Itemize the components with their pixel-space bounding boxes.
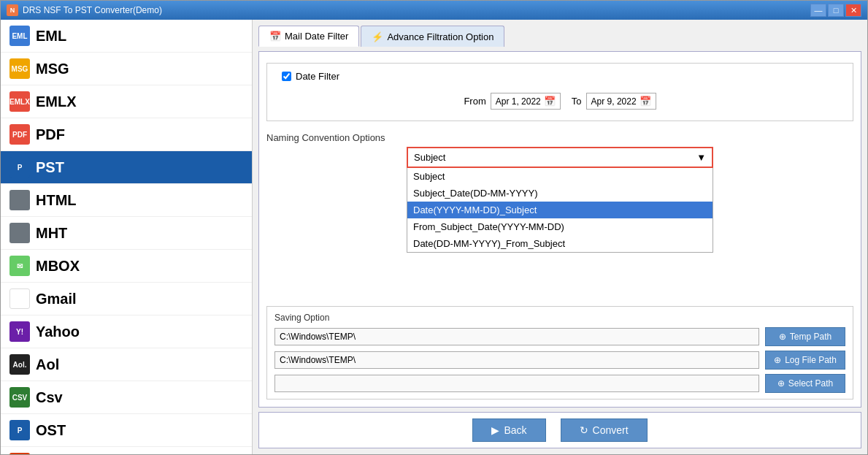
- sidebar-item-mht[interactable]: MHT: [1, 217, 252, 250]
- to-date-group: To Apr 9, 2022 📅: [572, 93, 656, 110]
- naming-selected-value: Subject: [414, 152, 445, 163]
- back-icon: ▶: [491, 424, 499, 436]
- back-button[interactable]: ▶ Back: [472, 418, 545, 442]
- sidebar-item-yahoo[interactable]: Y! Yahoo: [1, 316, 252, 348]
- mail-date-filter-tab-icon: 📅: [269, 31, 281, 42]
- to-label: To: [572, 96, 582, 107]
- naming-convention-section: Naming Convention Options Subject ▼ Subj…: [266, 132, 853, 168]
- naming-option-Subject-Date-DD-MM-YYYY-[interactable]: Subject_Date(DD-MM-YYYY): [407, 185, 713, 202]
- convert-button[interactable]: ↻ Convert: [561, 418, 648, 442]
- naming-option-Date-YYYY-MM-DD--Subject[interactable]: Date(YYYY-MM-DD)_Subject: [407, 202, 713, 218]
- main-window: N DRS NSF To PST Converter(Demo) — □ ✕ E…: [0, 0, 868, 455]
- temp-path-label: Temp Path: [790, 332, 831, 342]
- naming-dropdown-list: SubjectSubject_Date(DD-MM-YYYY)Date(YYYY…: [407, 168, 713, 253]
- mbox-icon: ✉: [9, 256, 30, 276]
- sidebar-label-csv: Csv: [36, 389, 63, 406]
- minimize-button[interactable]: —: [810, 4, 826, 17]
- app-icon: N: [7, 4, 18, 16]
- from-date-input[interactable]: Apr 1, 2022 📅: [491, 93, 561, 110]
- sidebar-label-html: HTML: [36, 192, 77, 209]
- right-panel: 📅Mail Date Filter⚡Advance Filtration Opt…: [253, 20, 867, 454]
- title-bar-buttons: — □ ✕: [810, 4, 861, 17]
- saving-rows: ⊕ Temp Path ⊕ Log File Path: [274, 327, 845, 393]
- saving-row-1: ⊕ Temp Path: [274, 327, 845, 346]
- content-area: Date Filter From Apr 1, 2022 📅 To: [258, 51, 861, 408]
- tab-mail-date-filter[interactable]: 📅Mail Date Filter: [258, 26, 359, 47]
- sidebar-label-ost: OST: [36, 422, 66, 439]
- log-file-path-button[interactable]: ⊕ Log File Path: [765, 351, 845, 370]
- ost-icon: P: [9, 420, 30, 440]
- window-title: DRS NSF To PST Converter(Demo): [23, 5, 162, 15]
- log-file-path-label: Log File Path: [785, 355, 837, 365]
- convert-icon: ↻: [580, 424, 588, 436]
- sidebar-item-aol[interactable]: Aol. Aol: [1, 348, 252, 381]
- sidebar-item-csv[interactable]: CSV Csv: [1, 381, 252, 414]
- sidebar-label-mht: MHT: [36, 225, 67, 242]
- office365-icon: O: [9, 453, 30, 454]
- sidebar-item-mbox[interactable]: ✉ MBOX: [1, 250, 252, 283]
- tab-bar: 📅Mail Date Filter⚡Advance Filtration Opt…: [258, 26, 861, 47]
- emlx-icon: EMLX: [9, 91, 30, 112]
- sidebar-label-emlx: EMLX: [36, 93, 77, 110]
- sidebar-item-pst[interactable]: P PST: [1, 151, 252, 184]
- dropdown-arrow-icon: ▼: [696, 152, 706, 163]
- gmail-icon: G: [9, 288, 30, 309]
- sidebar-item-html[interactable]: HTML: [1, 184, 252, 217]
- sidebar-item-office365[interactable]: O Office 365: [1, 447, 252, 454]
- sidebar-item-pdf[interactable]: PDF PDF: [1, 118, 252, 151]
- sidebar-label-yahoo: Yahoo: [36, 324, 80, 340]
- date-row: From Apr 1, 2022 📅 To Apr 9, 2022 📅: [282, 93, 838, 110]
- sidebar-item-eml[interactable]: EML EML: [1, 20, 252, 53]
- select-path-label: Select Path: [788, 378, 833, 389]
- close-button[interactable]: ✕: [845, 4, 861, 17]
- saving-option-label: Saving Option: [274, 313, 845, 323]
- date-filter-checkbox[interactable]: [282, 72, 291, 81]
- naming-option-Subject[interactable]: Subject: [407, 168, 713, 185]
- sidebar-label-eml: EML: [36, 28, 66, 45]
- from-date-group: From Apr 1, 2022 📅: [464, 93, 560, 110]
- pdf-icon: PDF: [9, 124, 30, 145]
- to-calendar-icon[interactable]: 📅: [640, 96, 651, 107]
- sidebar-item-emlx[interactable]: EMLX EMLX: [1, 85, 252, 118]
- select-path-button[interactable]: ⊕ Select Path: [765, 374, 845, 393]
- naming-option-Date-DD-MM-YYYY--From-Subject[interactable]: Date(DD-MM-YYYY)_From_Subject: [407, 235, 713, 252]
- sidebar-label-mbox: MBOX: [36, 258, 80, 275]
- log-file-path-input[interactable]: [274, 351, 759, 369]
- mht-icon: [9, 223, 30, 243]
- title-bar: N DRS NSF To PST Converter(Demo) — □ ✕: [1, 1, 867, 20]
- maximize-button[interactable]: □: [828, 4, 844, 17]
- from-date-value: Apr 1, 2022: [496, 96, 541, 107]
- select-path-icon: ⊕: [777, 378, 785, 389]
- naming-option-From-Subject-Date-YYYY-MM-DD-[interactable]: From_Subject_Date(YYYY-MM-DD): [407, 218, 713, 235]
- naming-dropdown-selected[interactable]: Subject ▼: [407, 147, 713, 168]
- back-label: Back: [504, 424, 526, 436]
- advance-filtration-tab-label: Advance Filtration Option: [387, 31, 493, 42]
- sidebar: EML EML MSG MSG EMLX EMLX PDF PDF P PST …: [1, 20, 253, 454]
- pst-icon: P: [9, 157, 30, 177]
- eml-icon: EML: [9, 26, 30, 46]
- sidebar-label-gmail: Gmail: [36, 291, 77, 307]
- sidebar-label-aol: Aol: [36, 356, 59, 373]
- log-file-path-icon: ⊕: [774, 355, 781, 365]
- title-bar-left: N DRS NSF To PST Converter(Demo): [7, 4, 162, 16]
- to-date-value: Apr 9, 2022: [591, 96, 637, 107]
- sidebar-label-msg: MSG: [36, 61, 69, 77]
- saving-row-2: ⊕ Log File Path: [274, 351, 845, 370]
- tab-advance-filtration[interactable]: ⚡Advance Filtration Option: [361, 26, 504, 47]
- convert-label: Convert: [593, 424, 629, 436]
- to-date-input[interactable]: Apr 9, 2022 📅: [586, 93, 656, 110]
- html-icon: [9, 190, 30, 210]
- sidebar-item-gmail[interactable]: G Gmail: [1, 283, 252, 316]
- from-calendar-icon[interactable]: 📅: [544, 96, 556, 107]
- bottom-bar: ▶ Back ↻ Convert: [258, 412, 861, 448]
- saving-row-3: ⊕ Select Path: [274, 374, 845, 393]
- from-label: From: [464, 96, 485, 107]
- mail-date-filter-tab-label: Mail Date Filter: [285, 31, 348, 42]
- sidebar-item-ost[interactable]: P OST: [1, 414, 252, 447]
- saving-option-section: Saving Option ⊕ Temp Path ⊕: [266, 306, 853, 399]
- temp-path-icon: ⊕: [779, 332, 786, 342]
- select-path-input[interactable]: [274, 375, 759, 392]
- temp-path-button[interactable]: ⊕ Temp Path: [765, 327, 845, 346]
- temp-path-input[interactable]: [274, 328, 759, 345]
- sidebar-item-msg[interactable]: MSG MSG: [1, 53, 252, 85]
